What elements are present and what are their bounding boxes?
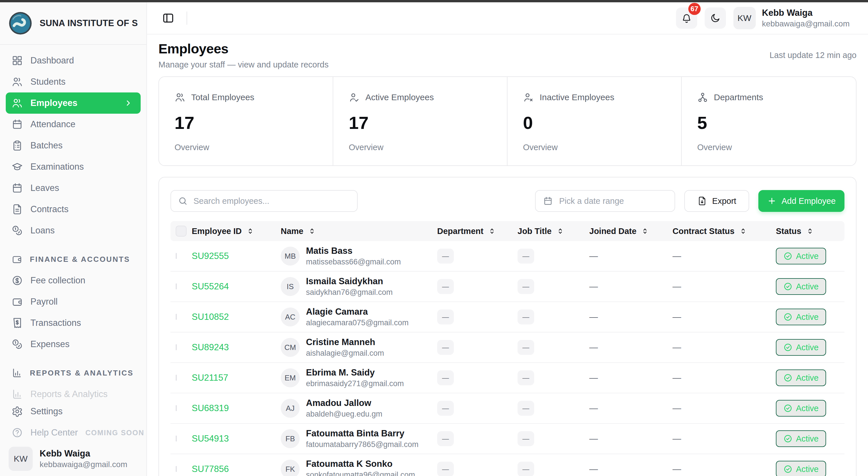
stats-cards: Total Employees 17 Overview Active Emplo… xyxy=(158,77,857,166)
chevron-right-icon xyxy=(124,99,133,108)
status-label: Active xyxy=(796,373,818,383)
user-name: Kebb Waiga xyxy=(762,8,849,18)
sidebar-item-help-center[interactable]: Help CenterCOMING SOON xyxy=(0,422,146,443)
col-header-contract-status[interactable]: Contract Status xyxy=(673,227,776,236)
date-range-picker[interactable]: Pick a date range xyxy=(535,190,675,212)
bar-chart-icon xyxy=(11,388,23,399)
sort-icon xyxy=(308,227,316,235)
employee-id-link[interactable]: SU68319 xyxy=(192,403,281,413)
sidebar-item-fee-collection[interactable]: Fee collection xyxy=(0,270,146,291)
status-badge: Active xyxy=(776,461,826,476)
sidebar-item-transactions[interactable]: Transactions xyxy=(0,313,146,334)
notifications-button[interactable]: 67 xyxy=(676,7,697,29)
employee-id-link[interactable]: SU77856 xyxy=(192,464,281,474)
sidebar-profile[interactable]: KW Kebb Waiga kebbawaiga@gmail.com xyxy=(0,447,146,476)
employee-avatar: FK xyxy=(281,459,300,476)
theme-toggle-button[interactable] xyxy=(705,7,726,29)
user-menu[interactable]: KW Kebb Waiga kebbawaiga@gmail.com xyxy=(733,7,849,29)
select-all-checkbox[interactable] xyxy=(176,226,187,237)
status-badge: Active xyxy=(776,248,826,264)
employee-id-link[interactable]: SU55264 xyxy=(192,281,281,292)
employee-id-link[interactable]: SU54913 xyxy=(192,434,281,444)
department-cell: — xyxy=(437,462,454,476)
sidebar-item-expenses[interactable]: Expenses xyxy=(0,334,146,355)
user-avatar: KW xyxy=(733,7,756,29)
user-x-icon xyxy=(523,92,534,103)
sidebar-item-settings[interactable]: Settings xyxy=(0,401,146,422)
sidebar-item-label: Help Center xyxy=(30,427,78,438)
sort-icon xyxy=(806,227,814,235)
check-circle-icon xyxy=(783,465,793,474)
calendar-icon xyxy=(543,196,553,206)
joined-date-cell: — xyxy=(589,312,598,322)
sidebar-item-payroll[interactable]: Payroll xyxy=(0,291,146,313)
sidebar-item-reports-and-analytics[interactable]: Reports & Analytics xyxy=(0,384,146,399)
sidebar-nav: DashboardStudentsEmployeesAttendanceBatc… xyxy=(0,45,146,399)
search-input[interactable] xyxy=(193,197,350,206)
sidebar-item-attendance[interactable]: Attendance xyxy=(0,114,146,135)
row-checkbox[interactable] xyxy=(176,466,177,472)
employee-avatar: CM xyxy=(281,338,300,357)
moon-icon xyxy=(710,12,721,24)
employee-id-link[interactable]: SU92555 xyxy=(192,251,281,261)
brand-logo xyxy=(9,11,32,35)
section-label: FINANCE & ACCOUNTS xyxy=(30,255,130,264)
table-row: SU68319 AJ Amadou Jallow abaldeh@ueg.edu… xyxy=(170,393,844,424)
calendar-icon xyxy=(11,182,23,194)
user-email: kebbawaiga@gmail.com xyxy=(762,19,849,28)
col-header-employee-id[interactable]: Employee ID xyxy=(192,227,281,236)
row-checkbox[interactable] xyxy=(176,314,177,320)
employee-avatar: MB xyxy=(281,247,300,266)
check-circle-icon xyxy=(783,282,793,291)
employee-email: matissebass66@gmail.com xyxy=(306,258,401,266)
job-title-cell: — xyxy=(518,309,534,324)
row-checkbox[interactable] xyxy=(176,344,177,350)
sidebar-item-examinations[interactable]: Examinations xyxy=(0,156,146,177)
employee-email: sonkofatoumatta96@gmail.com xyxy=(306,471,415,476)
row-checkbox[interactable] xyxy=(176,375,177,381)
row-checkbox[interactable] xyxy=(176,436,177,442)
stat-value: 0 xyxy=(523,113,665,133)
topbar: 67 KW Kebb Waiga kebbawaiga@gmail.com xyxy=(147,2,868,34)
check-circle-icon xyxy=(783,434,793,443)
employee-id-link[interactable]: SU89243 xyxy=(192,342,281,353)
joined-date-cell: — xyxy=(589,464,598,474)
employee-id-link[interactable]: SU21157 xyxy=(192,373,281,383)
row-checkbox[interactable] xyxy=(176,405,177,411)
check-circle-icon xyxy=(783,313,793,322)
employee-id-link[interactable]: SU10852 xyxy=(192,312,281,322)
joined-date-cell: — xyxy=(589,404,598,413)
status-label: Active xyxy=(796,434,818,444)
status-label: Active xyxy=(796,343,818,352)
sidebar-toggle-button[interactable] xyxy=(162,12,175,24)
stat-value: 17 xyxy=(175,113,317,133)
col-header-status[interactable]: Status xyxy=(776,227,844,236)
sidebar-item-dashboard[interactable]: Dashboard xyxy=(0,50,146,71)
sidebar-item-students[interactable]: Students xyxy=(0,71,146,92)
dollar-circle-icon xyxy=(11,275,23,286)
sidebar-item-label: Transactions xyxy=(30,318,81,328)
table-row: SU21157 EM Ebrima M. Saidy ebrimasaidy27… xyxy=(170,363,844,393)
col-header-job-title[interactable]: Job Title xyxy=(518,227,589,236)
col-header-name[interactable]: Name xyxy=(281,227,437,236)
profile-email: kebbawaiga@gmail.com xyxy=(40,460,127,469)
sidebar-item-contracts[interactable]: Contracts xyxy=(0,199,146,220)
status-label: Active xyxy=(796,313,818,322)
sidebar-item-label: Loans xyxy=(30,226,55,236)
window-top-strip xyxy=(0,0,868,2)
status-badge: Active xyxy=(776,400,826,417)
employee-email: ebrimasaidy271@gmail.com xyxy=(306,379,404,388)
add-employee-button[interactable]: Add Employee xyxy=(758,190,844,212)
coming-soon-badge: COMING SOON xyxy=(85,428,144,437)
contract-status-cell: — xyxy=(673,434,681,443)
user-check-icon xyxy=(349,92,360,103)
export-button[interactable]: Export xyxy=(684,190,749,212)
row-checkbox[interactable] xyxy=(176,284,177,289)
sidebar-item-loans[interactable]: Loans xyxy=(0,220,146,241)
row-checkbox[interactable] xyxy=(176,253,177,259)
sidebar-item-leaves[interactable]: Leaves xyxy=(0,177,146,199)
col-header-joined-date[interactable]: Joined Date xyxy=(589,227,673,236)
col-header-department[interactable]: Department xyxy=(437,227,518,236)
sidebar-item-employees[interactable]: Employees xyxy=(6,92,141,114)
sidebar-item-batches[interactable]: Batches xyxy=(0,135,146,156)
